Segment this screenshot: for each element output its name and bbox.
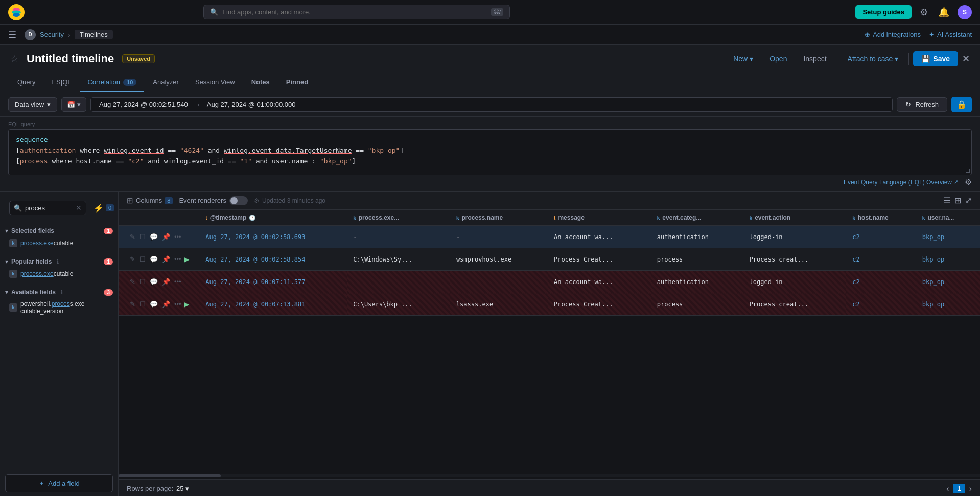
checkbox-button[interactable]: ☐: [138, 299, 147, 309]
timestamp-column-header[interactable]: t @timestamp 🕐: [199, 210, 347, 226]
renderers-toggle[interactable]: [229, 196, 248, 205]
available-fields-toggle[interactable]: ▾ Available fields ℹ 3: [5, 287, 113, 298]
selected-fields-toggle[interactable]: ▾ Selected fields 1: [5, 225, 113, 237]
comment-button[interactable]: 💬: [149, 232, 159, 242]
checkbox-button[interactable]: ☐: [138, 254, 147, 264]
comment-button[interactable]: 💬: [149, 277, 159, 287]
comment-button[interactable]: 💬: [149, 299, 159, 309]
lock-icon: 🔒: [956, 100, 967, 109]
new-button[interactable]: New ▾: [727, 52, 759, 66]
expand-row-button[interactable]: ✎: [129, 254, 136, 264]
eql-section: EQL query sequence [authentication where…: [0, 117, 980, 192]
more-button[interactable]: •••: [173, 299, 182, 309]
event-category-column-header[interactable]: k event.categ...: [651, 210, 743, 226]
tab-correlation[interactable]: Correlation 10: [80, 73, 144, 92]
notifications-icon-button[interactable]: 🔔: [936, 5, 951, 20]
more-button[interactable]: •••: [173, 232, 182, 242]
data-view-button[interactable]: Data view ▾: [8, 97, 57, 112]
checkbox-button[interactable]: ☐: [138, 232, 147, 242]
elastic-logo[interactable]: [8, 4, 25, 20]
date-range[interactable]: Aug 27, 2024 @ 00:02:51.540 → Aug 27, 20…: [90, 97, 893, 112]
calendar-button[interactable]: 📅 ▾: [61, 97, 86, 112]
table-view-button[interactable]: ☰: [943, 196, 950, 205]
prev-page-button[interactable]: ‹: [946, 484, 949, 493]
process-exe-column-header[interactable]: k process.exe...: [347, 210, 450, 226]
host-name-column-header[interactable]: k host.name: [846, 210, 916, 226]
eql-overview-link[interactable]: Event Query Language (EQL) Overview ↗: [844, 179, 959, 186]
clear-search-icon[interactable]: ✕: [76, 204, 82, 212]
available-field-powershell[interactable]: k powershell.process.exe cutable_version: [5, 298, 113, 317]
next-page-button[interactable]: ›: [969, 484, 972, 493]
avatar[interactable]: S: [958, 5, 972, 19]
columns-button[interactable]: ⊞ Columns 8: [127, 196, 173, 205]
fullscreen-button[interactable]: ⤢: [965, 196, 972, 205]
event-action-column-header[interactable]: k event.action: [743, 210, 847, 226]
breadcrumb-security-link[interactable]: Security: [40, 31, 64, 38]
pin-button[interactable]: 📌: [161, 254, 171, 264]
tab-pinned[interactable]: Pinned: [279, 73, 315, 92]
selected-field-process-executable[interactable]: k process.executable: [5, 237, 113, 250]
event-renderers-button[interactable]: Event renderers: [179, 196, 248, 205]
tab-esql[interactable]: ES|QL: [44, 73, 78, 92]
sidebar-search[interactable]: 🔍 ✕: [9, 201, 86, 215]
close-timeline-button[interactable]: ✕: [962, 53, 970, 64]
data-table: t @timestamp 🕐 k process.exe...: [119, 210, 980, 479]
add-field-button[interactable]: ＋ Add a field: [5, 474, 113, 492]
grid-view-button[interactable]: ⊞: [954, 196, 961, 205]
horizontal-scrollbar-thumb[interactable]: [119, 474, 221, 477]
tab-notes[interactable]: Notes: [244, 73, 277, 92]
chevron-down-icon: ▾: [77, 101, 81, 108]
user-name-column-header[interactable]: k user.na...: [916, 210, 980, 226]
add-integrations-link[interactable]: ⊕ Add integrations: [865, 31, 921, 38]
resize-handle[interactable]: [966, 169, 970, 173]
global-search-input[interactable]: [222, 8, 487, 16]
global-search-bar[interactable]: 🔍 ⌘/: [203, 5, 510, 19]
tab-query[interactable]: Query: [10, 73, 42, 92]
more-button[interactable]: •••: [173, 254, 182, 264]
popular-field-process-executable[interactable]: k process.executable: [5, 267, 113, 280]
eql-settings-button[interactable]: ⚙: [965, 177, 972, 187]
open-button[interactable]: Open: [763, 52, 793, 66]
inspect-button[interactable]: Inspect: [797, 52, 832, 66]
comment-button[interactable]: 💬: [149, 254, 159, 264]
pin-button[interactable]: 📌: [161, 277, 171, 287]
search-icon: 🔍: [210, 8, 218, 16]
process-name-column-header[interactable]: k process.name: [450, 210, 548, 226]
ai-assistant-link[interactable]: ✦ AI Assistant: [929, 31, 972, 38]
eql-editor[interactable]: sequence [authentication where winlog.ev…: [8, 129, 972, 175]
pin-button[interactable]: 📌: [161, 232, 171, 242]
save-button[interactable]: 💾 Save: [913, 51, 958, 66]
tab-session-view[interactable]: Session View: [188, 73, 242, 92]
expand-row-button[interactable]: ✎: [129, 277, 136, 287]
popular-fields-toggle[interactable]: ▾ Popular fields ℹ 1: [5, 256, 113, 267]
more-button[interactable]: •••: [173, 277, 182, 287]
pin-button[interactable]: 📌: [161, 299, 171, 309]
user-name-cell: bkp_op: [916, 293, 980, 316]
attach-to-case-button[interactable]: Attach to case ▾: [842, 52, 905, 66]
setup-guides-button[interactable]: Setup guides: [855, 5, 912, 19]
message-cell: Process Creat...: [548, 248, 651, 271]
tab-analyzer[interactable]: Analyzer: [146, 73, 186, 92]
checkbox-button[interactable]: ☐: [138, 277, 147, 287]
message-column-header[interactable]: t message: [548, 210, 651, 226]
star-icon[interactable]: ☆: [10, 53, 18, 64]
lock-button[interactable]: 🔒: [951, 97, 972, 112]
rows-per-page-select[interactable]: 25 ▾: [176, 485, 189, 492]
info-icon[interactable]: ℹ: [57, 258, 59, 265]
process-icon: ▶: [184, 254, 190, 264]
expand-row-button[interactable]: ✎: [129, 299, 136, 309]
event-category-cell: authentication: [651, 226, 743, 248]
type-icon-k: k: [922, 215, 925, 221]
table-row: ✎ ☐ 💬 📌 ••• ▶ Aug 27, 2024 @ 00:02:58.85…: [119, 248, 980, 271]
field-name-process-executable: process.executable: [20, 240, 73, 247]
user-name-cell: bkp_op: [916, 271, 980, 293]
sidebar-search-input[interactable]: [25, 204, 73, 212]
refresh-button[interactable]: ↻ Refresh: [897, 97, 947, 112]
integrations-icon-button[interactable]: ⚙: [918, 5, 930, 20]
info-icon[interactable]: ℹ: [61, 289, 63, 296]
expand-row-button[interactable]: ✎: [129, 232, 136, 242]
process-name-cell: -: [450, 226, 548, 248]
breadcrumb-right: ⊕ Add integrations ✦ AI Assistant: [865, 31, 972, 38]
filter-button[interactable]: ⚡: [94, 203, 104, 213]
hamburger-menu-button[interactable]: ☰: [8, 29, 16, 40]
